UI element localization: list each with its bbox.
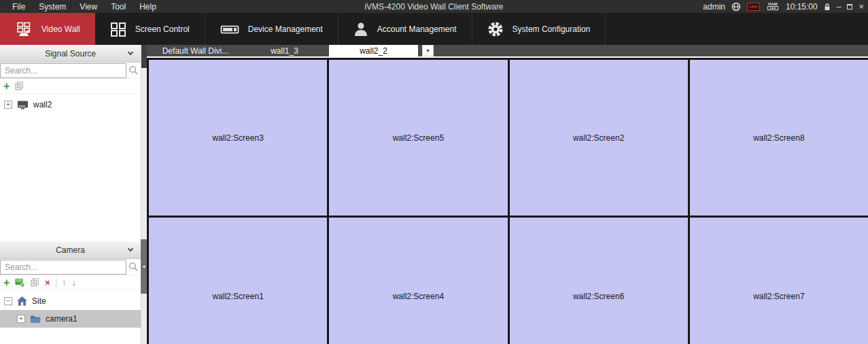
screen-label: wall2:Screen5	[393, 133, 444, 143]
tab-wall2-2[interactable]: wall2_2	[329, 45, 418, 56]
copy-icon[interactable]	[15, 82, 24, 90]
logged-in-user: admin	[703, 2, 725, 12]
menu-bar: File System View Tool Help	[0, 2, 163, 12]
delete-icon[interactable]: ×	[45, 277, 50, 288]
nav-label: System Configuration	[513, 24, 591, 34]
expand-icon[interactable]: +	[17, 315, 25, 323]
search-icon[interactable]	[128, 262, 139, 272]
maximize-button[interactable]	[847, 3, 852, 11]
signal-source-header[interactable]: Signal Source	[0, 45, 141, 63]
screen-label: wall2:Screen1	[212, 292, 263, 301]
nav-label: Video Wall	[41, 24, 80, 34]
tree-row-site[interactable]: − Site	[0, 292, 141, 310]
move-up-icon[interactable]: ↑	[62, 277, 67, 288]
left-sidebar: Signal Source +	[0, 45, 147, 344]
menu-tool[interactable]: Tool	[104, 2, 133, 12]
wall-screen-cell[interactable]: wall2:Screen5	[329, 60, 507, 216]
video-wall-main: Default Wall Divi... wall1_3 wall2_2 ▼ w…	[147, 45, 868, 344]
wall-screen-grid: wall2:Screen3 wall2:Screen5 wall2:Screen…	[147, 58, 868, 344]
globe-icon[interactable]	[731, 2, 741, 12]
wall-screen-cell[interactable]: wall2:Screen3	[149, 60, 327, 216]
sidebar-scrollbar[interactable]	[141, 45, 147, 344]
chevron-down-icon	[128, 246, 133, 252]
screen-control-icon	[110, 22, 126, 37]
wall-screen-cell[interactable]: wall2:Screen7	[690, 218, 868, 344]
nav-account-management[interactable]: Account Management	[338, 13, 472, 45]
camera-panel: Camera +	[0, 241, 141, 328]
device-management-icon	[220, 22, 239, 36]
tab-default-wall-division[interactable]: Default Wall Divi...	[151, 45, 240, 56]
wall-tab-bar: Default Wall Divi... wall1_3 wall2_2 ▼	[147, 45, 868, 58]
copy-icon[interactable]	[31, 278, 39, 287]
ram-usage-icon[interactable]: RAM	[766, 2, 780, 11]
main-toolbar: Video Wall Screen Control Device Managem…	[0, 13, 868, 45]
account-management-icon	[353, 22, 368, 37]
title-bar: File System View Tool Help iVMS-4200 Vid…	[0, 0, 868, 13]
add-camera-icon[interactable]	[15, 278, 25, 288]
wall-screen-cell[interactable]: wall2:Screen8	[690, 60, 868, 216]
nav-system-configuration[interactable]: System Configuration	[472, 13, 606, 45]
tree-row-wall2[interactable]: + wall2	[0, 96, 141, 114]
triangle-down-icon: ▼	[426, 48, 430, 53]
tab-list-dropdown-button[interactable]: ▼	[422, 45, 434, 56]
wall-screen-cell[interactable]: wall2:Screen1	[149, 218, 327, 344]
add-camera-group-icon[interactable]: +	[3, 277, 10, 288]
folder-icon	[30, 315, 41, 323]
wall-screen-cell[interactable]: wall2:Screen2	[510, 60, 688, 216]
video-wall-icon	[15, 22, 33, 37]
tree-label: camera1	[46, 314, 77, 324]
clock-time: 10:15:00	[786, 2, 818, 12]
close-button[interactable]: ×	[858, 3, 864, 11]
menu-view[interactable]: View	[73, 2, 104, 12]
screen-label: wall2:Screen8	[753, 133, 804, 143]
screen-label: wall2:Screen3	[212, 133, 263, 143]
screen-label: wall2:Screen4	[393, 292, 444, 301]
nav-label: Device Management	[248, 24, 323, 34]
nav-label: Account Management	[377, 24, 457, 34]
lock-icon[interactable]	[824, 3, 831, 11]
expand-icon[interactable]: +	[4, 101, 12, 109]
nav-label: Screen Control	[135, 24, 190, 34]
home-icon	[17, 296, 27, 306]
menu-system[interactable]: System	[32, 2, 73, 12]
menu-file[interactable]: File	[5, 2, 32, 12]
collapse-icon[interactable]: −	[4, 297, 12, 305]
camera-search-input[interactable]	[0, 260, 126, 275]
menu-help[interactable]: Help	[133, 2, 163, 12]
video-wall-device-icon	[17, 101, 29, 109]
minimize-button[interactable]: –	[837, 3, 841, 11]
nav-screen-control[interactable]: Screen Control	[95, 13, 205, 45]
collapse-left-icon: ◄	[142, 264, 146, 269]
signal-source-panel: Signal Source +	[0, 45, 141, 114]
nav-device-management[interactable]: Device Management	[205, 13, 338, 45]
camera-header[interactable]: Camera	[0, 241, 141, 259]
wall-screen-cell[interactable]: wall2:Screen6	[510, 218, 688, 344]
screen-label: wall2:Screen7	[753, 292, 804, 301]
move-down-icon[interactable]: ↓	[71, 277, 76, 288]
nav-video-wall[interactable]: Video Wall	[0, 13, 95, 45]
cpu-usage-icon[interactable]: CPU	[747, 3, 760, 11]
chevron-down-icon	[128, 50, 133, 55]
tree-row-camera1[interactable]: + camera1	[0, 310, 141, 328]
system-configuration-icon	[487, 21, 504, 37]
tree-label: wall2	[33, 100, 52, 109]
signal-source-search-input[interactable]	[0, 63, 126, 78]
wall-screen-cell[interactable]: wall2:Screen4	[329, 218, 507, 344]
add-signal-source-icon[interactable]: +	[3, 81, 10, 92]
screen-label: wall2:Screen6	[573, 292, 624, 301]
screen-label: wall2:Screen2	[573, 133, 624, 143]
sidebar-collapse-handle[interactable]: ◄	[141, 239, 147, 294]
tree-label: Site	[32, 296, 46, 306]
divider	[56, 278, 56, 288]
tab-wall1-3[interactable]: wall1_3	[240, 45, 329, 56]
search-icon[interactable]	[128, 65, 139, 75]
maximize-icon	[847, 4, 852, 10]
